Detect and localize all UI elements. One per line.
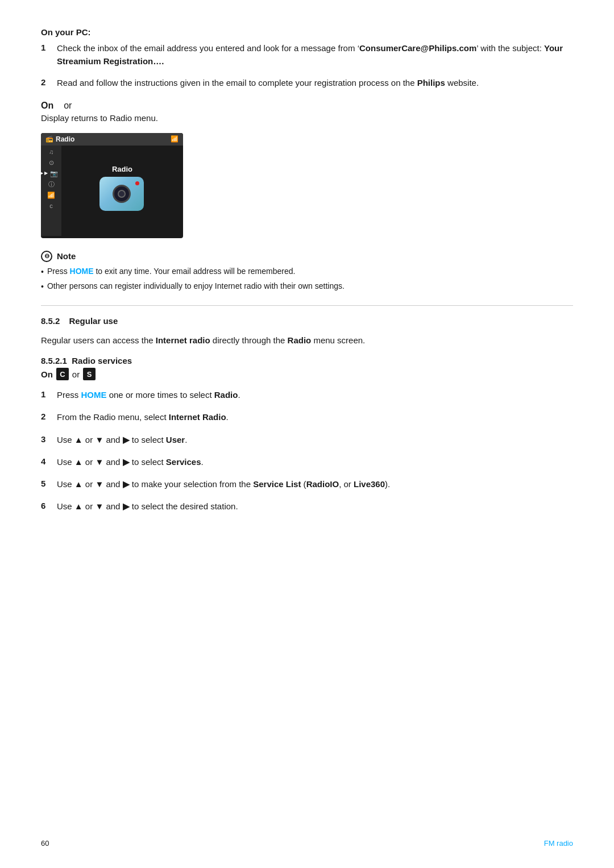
radio-speaker [113, 185, 131, 203]
step-num-4: 4 [41, 455, 57, 468]
step1-mid: one or more times to select [107, 390, 214, 400]
badge-s: S [83, 368, 96, 380]
home-keyword-2: HOME [81, 390, 107, 400]
step-1: 1 Check the inbox of the email address y… [41, 41, 573, 68]
on-label: On [41, 101, 53, 111]
or-badge-label: or [72, 369, 80, 379]
step1-end: . [238, 390, 240, 400]
section-852-title: Regular use [69, 316, 118, 326]
step3-bold: User [166, 435, 185, 445]
radio-title-bar: 📻 Radio 📶 [41, 133, 183, 146]
arrows-5b: ▼ [95, 479, 103, 489]
step2-text: From the Radio menu, select [57, 412, 169, 422]
note-bullet-2: • Other persons can register individuall… [41, 280, 573, 293]
on-badge-label: On [41, 369, 53, 379]
step-content-3: Use ▲ or ▼ and ▶ to select User. [57, 433, 573, 446]
radio-speaker-inner [118, 190, 126, 198]
section-852-intro: Regular users can access the Internet ra… [41, 334, 573, 347]
section-8521-heading: 8.5.2.1 Radio services [41, 356, 573, 366]
radio-graphic [99, 177, 145, 217]
home-keyword-1: HOME [70, 267, 94, 276]
note-section: ⊖ Note • Press HOME to exit any time. Yo… [41, 251, 573, 293]
arrows-3: ▲ [74, 435, 83, 445]
step-content-1: Press HOME one or more times to select R… [57, 388, 573, 401]
step4-end: . [201, 457, 204, 467]
step-num-1: 1 [41, 388, 57, 401]
arrows-6b: ▼ [95, 501, 103, 511]
steps-list: 1 Press HOME one or more times to select… [41, 388, 573, 513]
on-badge-row: On C or S [41, 368, 573, 380]
step-list-2: 2 From the Radio menu, select Internet R… [41, 410, 573, 423]
bullet-dot-2: • [41, 281, 44, 293]
radio-screen-title: Radio [56, 135, 74, 143]
step-list-6: 6 Use ▲ or ▼ and ▶ to select the desired… [41, 500, 573, 513]
step1-bold: Radio [214, 390, 238, 400]
note-bullet-1-text: Press HOME to exit any time. Your email … [47, 265, 296, 277]
section-8521-title: Radio services [72, 356, 132, 366]
step-list-1: 1 Press HOME one or more times to select… [41, 388, 573, 401]
step-num-5: 5 [41, 477, 57, 491]
step-1-num: 1 [41, 41, 57, 55]
note-icon: ⊖ [41, 251, 52, 262]
page-footer: 60 FM radio [41, 839, 573, 848]
section-divider [41, 305, 573, 306]
intro-end: menu screen. [311, 335, 365, 345]
step-num-3: 3 [41, 433, 57, 446]
intro-prefix: Regular users can access the [41, 335, 156, 345]
menu-item-network: 📶 [47, 192, 55, 198]
step2-bold: Internet Radio [169, 412, 226, 422]
note-bullet-1: • Press HOME to exit any time. Your emai… [41, 265, 573, 278]
step1-email: ConsumerCare@Philips.com [359, 43, 476, 53]
menu-item-circle: ⊙ [49, 160, 54, 166]
step1-mid: ’ with the subject: [476, 43, 544, 53]
step-content-6: Use ▲ or ▼ and ▶ to select the desired s… [57, 500, 573, 513]
step-num-2: 2 [41, 410, 57, 423]
section-852: 8.5.2Regular use Regular users can acces… [41, 316, 573, 347]
display-returns-text: Display returns to Radio menu. [41, 113, 573, 123]
step-list-5: 5 Use ▲ or ▼ and ▶ to make your selectio… [41, 477, 573, 491]
on-your-pc-heading: On your PC: [41, 27, 573, 37]
section-8521-num: 8.5.2.1 [41, 356, 67, 366]
step2-end: website. [445, 78, 479, 88]
step5-bold1: Service List [253, 479, 301, 489]
step-1-content: Check the inbox of the email address you… [57, 41, 573, 68]
radio-screen-image: 📻 Radio 📶 ♫ ⊙ ▶ 📷 ⓘ 📶 c Radio [41, 133, 183, 238]
intro-bold1: Internet radio [156, 335, 210, 345]
radio-menu-label: Radio [112, 165, 132, 173]
step5-paren-open: ( [301, 479, 306, 489]
menu-item-c: c [49, 203, 53, 209]
intro-mid: directly through the [210, 335, 288, 345]
arrows-5c: ▶ [123, 479, 130, 489]
step2-end: . [226, 412, 229, 422]
step5-bold2: RadioIO [306, 479, 339, 489]
arrows-4c: ▶ [123, 457, 130, 467]
signal-icon: 📶 [171, 135, 179, 143]
radio-dot [135, 181, 139, 185]
step1-prefix: Check the inbox of the email address you… [57, 43, 359, 53]
note-header: ⊖ Note [41, 251, 573, 262]
radio-content-area: ♫ ⊙ ▶ 📷 ⓘ 📶 c Radio [41, 146, 183, 236]
step-num-6: 6 [41, 500, 57, 513]
menu-item-info: ⓘ [48, 181, 55, 188]
menu-item-music: ♫ [49, 149, 53, 155]
step5-paren-close: ). [385, 479, 390, 489]
footer-page-num: 60 [41, 839, 49, 848]
radio-body [99, 177, 144, 211]
step-content-2: From the Radio menu, select Internet Rad… [57, 410, 573, 423]
step-list-3: 3 Use ▲ or ▼ and ▶ to select User. [41, 433, 573, 446]
section-852-heading: 8.5.2Regular use [41, 316, 573, 326]
step-2-content: Read and follow the instructions given i… [57, 76, 573, 89]
badge-c: C [56, 368, 69, 380]
arrows-4a: ▲ [74, 457, 83, 467]
title-icon-area: 📻 Radio [45, 135, 74, 143]
step-2: 2 Read and follow the instructions given… [41, 76, 573, 89]
step4-mid: to select [130, 457, 166, 467]
arrows-6c: ▶ [123, 501, 130, 511]
step5-mid: to make your selection from the [130, 479, 254, 489]
radio-icon: 📻 [45, 135, 53, 143]
footer-section-label: FM radio [544, 839, 573, 848]
on-or-section: On or Display returns to Radio menu. [41, 101, 573, 123]
arrows-3c: ▶ [123, 435, 130, 445]
section-8521: 8.5.2.1 Radio services On C or S 1 Press… [41, 356, 573, 513]
note-label: Note [57, 251, 76, 261]
